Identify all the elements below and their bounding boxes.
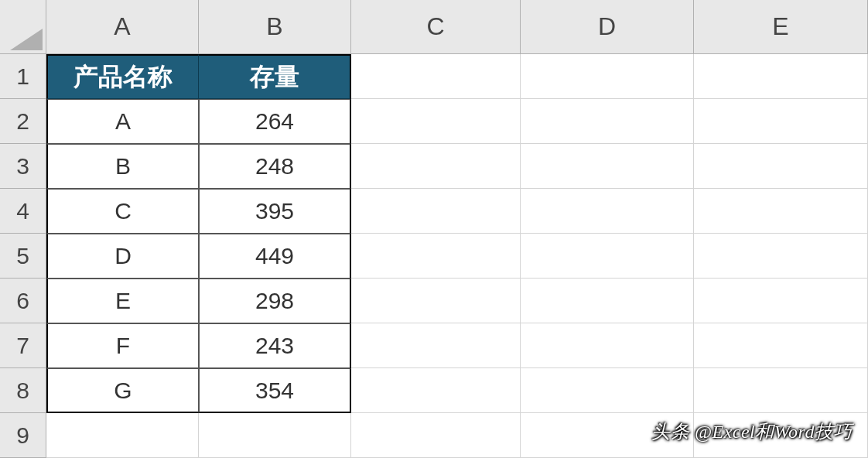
watermark-text: 头条 @Excel和Word技巧 xyxy=(651,419,853,444)
cell-d2[interactable] xyxy=(521,99,694,144)
row-header-6[interactable]: 6 xyxy=(0,279,46,323)
cell-b3[interactable]: 248 xyxy=(199,144,351,189)
cell-d5[interactable] xyxy=(521,234,694,279)
cell-b2[interactable]: 264 xyxy=(199,99,351,144)
cell-a8[interactable]: G xyxy=(46,368,199,413)
cell-c5[interactable] xyxy=(351,234,521,279)
cell-b8[interactable]: 354 xyxy=(199,368,351,413)
cell-c2[interactable] xyxy=(351,99,521,144)
cell-e6[interactable] xyxy=(694,279,868,323)
cell-a6[interactable]: E xyxy=(46,279,199,323)
cell-b4[interactable]: 395 xyxy=(199,189,351,234)
column-header-c[interactable]: C xyxy=(351,0,521,54)
row-header-4[interactable]: 4 xyxy=(0,189,46,234)
column-header-a[interactable]: A xyxy=(46,0,199,54)
cell-b6[interactable]: 298 xyxy=(199,279,351,323)
row-header-2[interactable]: 2 xyxy=(0,99,46,144)
cell-e7[interactable] xyxy=(694,323,868,368)
cell-e4[interactable] xyxy=(694,189,868,234)
cell-e2[interactable] xyxy=(694,99,868,144)
cell-c6[interactable] xyxy=(351,279,521,323)
cell-a3[interactable]: B xyxy=(46,144,199,189)
cell-d8[interactable] xyxy=(521,368,694,413)
cell-c7[interactable] xyxy=(351,323,521,368)
cell-a7[interactable]: F xyxy=(46,323,199,368)
cell-d6[interactable] xyxy=(521,279,694,323)
row-header-9[interactable]: 9 xyxy=(0,413,46,458)
column-header-b[interactable]: B xyxy=(199,0,351,54)
cell-d7[interactable] xyxy=(521,323,694,368)
cell-e5[interactable] xyxy=(694,234,868,279)
cell-d3[interactable] xyxy=(521,144,694,189)
cell-b7[interactable]: 243 xyxy=(199,323,351,368)
cell-c4[interactable] xyxy=(351,189,521,234)
cell-a4[interactable]: C xyxy=(46,189,199,234)
table-header-value[interactable]: 存量 xyxy=(199,54,351,99)
cell-c9[interactable] xyxy=(351,413,521,458)
cell-e1[interactable] xyxy=(694,54,868,99)
column-header-d[interactable]: D xyxy=(521,0,694,54)
cell-c3[interactable] xyxy=(351,144,521,189)
select-all-corner[interactable] xyxy=(0,0,46,54)
cell-a5[interactable]: D xyxy=(46,234,199,279)
row-header-8[interactable]: 8 xyxy=(0,368,46,413)
cell-d1[interactable] xyxy=(521,54,694,99)
row-header-1[interactable]: 1 xyxy=(0,54,46,99)
spreadsheet-grid: A B C D E 1 产品名称 存量 2 A 264 3 B 248 4 C … xyxy=(0,0,868,458)
column-header-e[interactable]: E xyxy=(694,0,868,54)
table-header-name[interactable]: 产品名称 xyxy=(46,54,199,99)
cell-e3[interactable] xyxy=(694,144,868,189)
cell-b5[interactable]: 449 xyxy=(199,234,351,279)
row-header-3[interactable]: 3 xyxy=(0,144,46,189)
cell-c8[interactable] xyxy=(351,368,521,413)
cell-e8[interactable] xyxy=(694,368,868,413)
cell-a2[interactable]: A xyxy=(46,99,199,144)
cell-b9[interactable] xyxy=(199,413,351,458)
cell-a9[interactable] xyxy=(46,413,199,458)
row-header-5[interactable]: 5 xyxy=(0,234,46,279)
row-header-7[interactable]: 7 xyxy=(0,323,46,368)
cell-d4[interactable] xyxy=(521,189,694,234)
cell-c1[interactable] xyxy=(351,54,521,99)
